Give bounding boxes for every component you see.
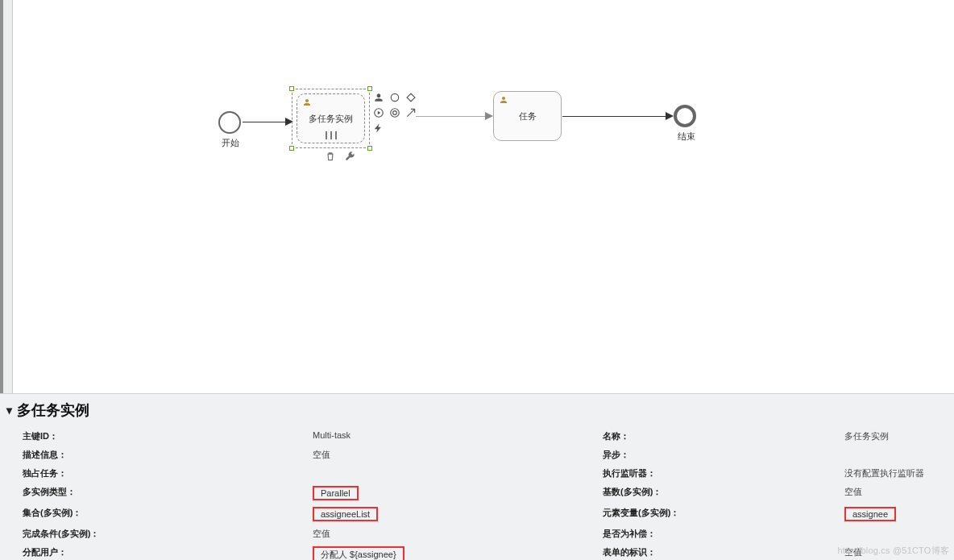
chevron-down-icon: ▾ [6, 404, 12, 417]
wrench-icon[interactable] [343, 150, 356, 163]
resize-handle-se[interactable] [367, 146, 372, 151]
prop-value[interactable]: 分配人 ${assignee} [309, 544, 599, 560]
end-event[interactable] [674, 105, 696, 127]
prop-value[interactable]: 多任务实例 [844, 430, 951, 442]
prop-value[interactable]: 空值 [844, 546, 951, 560]
svg-point-3 [391, 109, 400, 118]
sequence-flow-2-head [485, 112, 493, 120]
prop-value[interactable]: 没有配置执行监听器 [844, 467, 951, 479]
properties-grid: 主键ID：Multi-task名称：多任务实例描述信息：空值异步：独占任务：执行… [0, 423, 954, 560]
prop-label: 是否为补偿： [603, 528, 844, 540]
sequence-flow-3[interactable] [562, 116, 667, 117]
play-icon[interactable] [372, 106, 385, 119]
user-icon [302, 97, 312, 109]
prop-value[interactable] [844, 449, 951, 461]
user-task-multi-label: 多任务实例 [309, 113, 353, 125]
sequence-flow-3-head [666, 112, 674, 120]
properties-panel-title: 多任务实例 [17, 400, 89, 420]
prop-label: 名称： [603, 430, 844, 442]
prop-value[interactable]: assignee [844, 507, 951, 521]
end-event-label: 结束 [670, 131, 703, 143]
prop-label: 描述信息： [19, 446, 309, 463]
parallel-marker-icon [326, 131, 337, 139]
prop-label: 主键ID： [19, 428, 309, 445]
arrow-icon[interactable] [404, 106, 417, 119]
start-event[interactable] [218, 111, 241, 134]
prop-value[interactable]: Parallel [309, 483, 599, 503]
user-icon[interactable] [372, 91, 385, 104]
sequence-flow-2[interactable] [416, 116, 487, 117]
prop-value[interactable]: 空值 [844, 486, 951, 500]
prop-label: 异步： [603, 449, 844, 461]
resize-handle-sw[interactable] [289, 146, 294, 151]
sequence-flow-1[interactable] [243, 122, 287, 122]
element-below-toolbar [324, 150, 356, 163]
svg-point-4 [393, 111, 397, 115]
trash-icon[interactable] [324, 150, 337, 163]
user-task[interactable]: 任务 [493, 91, 562, 141]
prop-value[interactable]: 空值 [309, 525, 599, 542]
prop-value[interactable]: assigneeList [309, 504, 599, 524]
properties-panel-header[interactable]: ▾ 多任务实例 [0, 394, 954, 423]
prop-value[interactable] [844, 528, 951, 540]
user-icon [499, 95, 508, 106]
diagram-canvas[interactable]: 开始 多任务实例 [0, 0, 954, 393]
prop-label: 基数(多实例)： [603, 486, 844, 500]
user-task-label: 任务 [519, 110, 537, 122]
element-toolbar [372, 91, 421, 137]
prop-label: 多实例类型： [19, 483, 309, 503]
diamond-icon[interactable] [404, 91, 417, 104]
prop-label: 表单的标识： [603, 546, 844, 560]
prop-label: 执行监听器： [603, 467, 844, 479]
prop-label: 完成条件(多实例)： [19, 525, 309, 542]
circle-icon[interactable] [388, 91, 401, 104]
svg-rect-1 [407, 93, 415, 102]
prop-label: 集合(多实例)： [19, 504, 309, 524]
user-task-multi[interactable]: 多任务实例 [297, 93, 365, 143]
prop-label: 独占任务： [19, 465, 309, 482]
prop-value[interactable]: Multi-task [309, 428, 599, 445]
properties-panel: ▾ 多任务实例 主键ID：Multi-task名称：多任务实例描述信息：空值异步… [0, 393, 954, 560]
start-event-label: 开始 [214, 137, 247, 149]
prop-label: 分配用户： [19, 544, 309, 560]
resize-handle-nw[interactable] [289, 86, 294, 91]
prop-value[interactable]: 空值 [309, 446, 599, 463]
prop-label: 元素变量(多实例)： [603, 507, 844, 521]
bolt-icon[interactable] [372, 122, 385, 135]
prop-value[interactable] [309, 465, 599, 482]
target-icon[interactable] [388, 106, 401, 119]
svg-point-0 [391, 93, 398, 101]
